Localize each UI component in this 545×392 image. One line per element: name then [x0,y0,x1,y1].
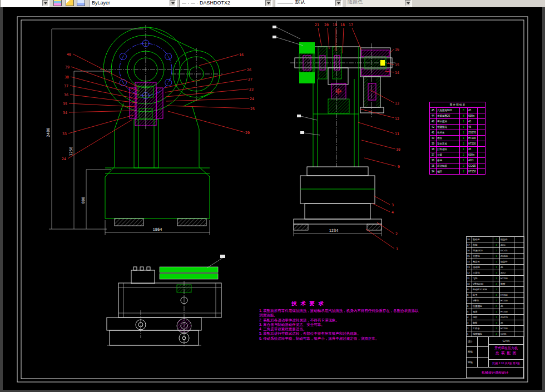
bom-strip: 18制动器1组合件17曲轴140Cr16轴承63202GCr1515大齿轮1ZG… [466,236,524,337]
callout: 37 [64,84,68,88]
organization-name: 机械设计课程设计 [466,368,524,378]
parts-table-rows: 45六角螺母M2084544弹簧垫圈20865Mn43调节螺杆14542锁紧螺母… [430,108,485,175]
callout: 29 [245,131,250,135]
chevron-down-icon[interactable] [42,0,48,6]
chevron-down-icon [405,0,411,6]
dim-mid-height: 1250 [69,147,73,156]
callout: 10 [396,147,400,152]
callout: 24 [62,157,66,161]
callout: 18 [340,23,345,27]
bom-rows: 18制动器1组合件17曲轴140Cr16轴承63202GCr1515大齿轮1ZG… [467,237,524,337]
chevron-down-icon[interactable] [265,0,271,6]
callout: 3 [392,203,394,207]
callout: 24 [250,97,254,101]
section-view-callouts-bottom: 3 4 2 1 [366,196,398,251]
callout: 36 [64,93,68,97]
check-label: 校核 [467,347,478,356]
linetype-combobox[interactable]: DASHDOTX2 [179,0,272,7]
notes-title: 技 术 要 求 [291,300,422,307]
callout: 38 [65,75,69,80]
standard-code: GY/4 [489,337,523,345]
callout: 14 [395,71,399,75]
callout: 27 [248,77,252,82]
callout: 16 [395,47,399,52]
callout: 4 [392,210,394,215]
drawing-canvas[interactable]: 2480 1250 800 1864 40 39 38 37 36 35 34 … [3,7,542,390]
callout: 13 [395,101,399,106]
technical-notes: 技 术 要 求 1. 装配前所有零件用煤油清洗，滚动轴承用汽油清洗，机身内不得有… [259,300,422,341]
audit-label: 审核 [467,358,478,367]
front-view-dimensions: 2480 1250 800 1864 [46,29,210,235]
callout: 35 [63,102,67,106]
object-properties-toolbar: ByLayer DASHDOTX2 默认 随颜色 [0,0,545,7]
drawing-subtitle: 总 装 配 图 [489,350,523,355]
callout: 19 [333,23,337,27]
callout: 2 [395,232,398,236]
callout: 40 [67,52,71,57]
chevron-down-icon[interactable] [335,0,341,6]
parts-table-title: 零 件 明 细 表 [430,102,485,108]
note-line: 4. 三角皮带张紧程度要适当。 [259,327,422,331]
layers-icon[interactable] [53,0,62,6]
callout: 16 [239,53,244,57]
callout: 17 [349,23,353,27]
callout: 12 [395,117,399,121]
callout: 9 [398,165,400,169]
chevron-down-icon[interactable] [170,0,176,6]
callout: 20 [324,23,329,27]
title-block: 18制动器1组合件17曲轴140Cr16轴承63202GCr1515大齿轮1ZG… [466,236,524,378]
front-view [100,25,222,226]
design-label: 设计 [467,337,478,346]
callout: 11 [395,132,399,136]
drawing-title: 开式双柱压力机 [489,346,523,350]
note-line: 2. 装配后各运动零件运转灵活，不得有卡滞现象。 [259,318,422,322]
front-view-callouts-left: 40 39 38 37 36 35 34 33 24 [62,52,140,161]
lineweight-combobox-value: 默认 [295,0,305,6]
dashdot-linetype-sample-icon [182,3,197,3]
note-line: 5. 装配后进行空载试运转，各部位不得有异常噪声和过热现象。 [259,331,422,336]
section-view [290,21,396,230]
callout: 25 [250,107,255,111]
parts-list-table: 零 件 明 细 表 45六角螺母M2084544弹簧垫圈20865Mn43调节螺… [429,102,485,175]
callout: 15 [395,63,399,67]
dim-total-height: 2480 [46,128,51,137]
plotstyle-combobox-value: 随颜色 [348,0,363,6]
solid-line-sample-icon [278,3,293,3]
linetype-combobox-value: DASHDOTX2 [200,0,230,6]
callout: 39 [65,65,70,70]
dim-section-base-width: 1234 [329,229,339,233]
dim-base-width: 1864 [153,227,162,232]
dim-table-height: 800 [81,197,86,204]
callout: 23 [249,87,254,92]
scale-text: 比例 1:10 共1张 第1张 [489,360,523,367]
layer-states-icon[interactable] [77,0,85,6]
make-object-layer-current-icon[interactable] [66,0,74,6]
color-combobox-value: ByLayer [92,0,110,6]
callout: 33 [62,132,67,136]
note-line: 6. 传动系统运转平稳，制动可靠，噪声小，温升不超过规定值，润滑正常。 [259,336,422,341]
callout: 21 [315,23,319,27]
top-view [107,255,225,348]
title-block-main: 设计 校核 审核 GY/4 开式双柱压力机 总 装 配 图 比例 1:10 共1… [466,336,524,368]
lineweight-combobox[interactable]: 默认 [275,0,343,7]
color-combobox[interactable]: ByLayer [89,0,177,7]
note-line: 1. 装配前所有零件用煤油清洗，滚动轴承用汽油清洗，机身内不得有任何杂质存在，各… [259,309,422,318]
layer-combobox[interactable] [1,0,49,7]
callout: 26 [247,68,251,72]
callout: 1 [396,247,398,251]
note-line: 3. 离合器与制动器动作灵活、安全可靠。 [259,322,422,327]
plotstyle-combobox: 随颜色 [345,0,412,7]
callout: 34 [63,111,67,115]
